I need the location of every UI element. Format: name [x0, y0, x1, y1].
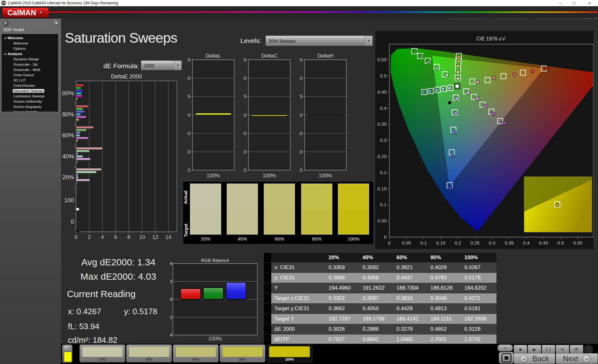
svg-text:0.3: 0.3 — [489, 240, 496, 245]
measured-marker — [422, 90, 425, 94]
sidebar-item-screen-stability[interactable]: Screen Stability — [2, 109, 58, 112]
calman-menu-button[interactable]: CalMAN ▼ — [2, 7, 49, 18]
sidebar-item-screen-uniformity[interactable]: Screen Uniformity — [2, 99, 58, 104]
table-cell: 0.3816 — [395, 293, 429, 303]
svg-text:CIE 1976 u'v': CIE 1976 u'v' — [477, 36, 506, 41]
loop-button[interactable]: ∞ — [556, 345, 569, 354]
de-formula-dropdown[interactable]: 2000 ▼ — [141, 60, 182, 70]
back-label: Back — [532, 354, 549, 363]
tree-group-welcome[interactable]: ◢Welcome — [2, 35, 58, 40]
table-cell: 186.4141 — [395, 314, 429, 324]
step-icon: [··] — [546, 347, 551, 352]
next-arrow-icon: » — [583, 355, 591, 363]
sidebar-item-grayscale-multi[interactable]: Grayscale - Multi — [2, 67, 58, 72]
back-button[interactable]: « Back — [514, 353, 555, 364]
sweep-card-20%[interactable]: 20% — [79, 344, 125, 362]
tree-expand-icon: ◢ — [4, 52, 6, 55]
current-pattern-swatch[interactable] — [64, 352, 72, 362]
deltae-bar — [76, 140, 78, 142]
swatch-label: 100% — [338, 236, 369, 241]
svg-text:0.25: 0.25 — [377, 154, 387, 159]
table-cell: 0.3026 — [327, 324, 361, 334]
deltae-bar — [76, 179, 90, 181]
svg-text:-4: -4 — [170, 332, 172, 338]
row-label: Target Y — [271, 314, 327, 324]
sidebar-item-color-gamut[interactable]: Color Gamut — [2, 72, 58, 77]
actual-target-swatch-panel: Actual Target 20%40%60%80%100% — [183, 182, 373, 244]
expand-strip-button[interactable]: ▲ — [64, 346, 71, 350]
minimize-button[interactable]: – — [553, 0, 567, 6]
tree-expand-icon: ◢ — [4, 36, 6, 39]
sidebar-item-grayscale-2pt[interactable]: Grayscale - 2pt — [2, 62, 58, 67]
sweep-card-100%[interactable]: 100% — [267, 344, 312, 362]
deltae-bar — [76, 84, 83, 87]
swatch-label: 60% — [264, 236, 295, 241]
maximize-button[interactable]: ☐ — [567, 0, 581, 6]
pattern-preview-panel: ▲ — [62, 344, 73, 363]
measured-marker — [427, 60, 430, 64]
row-label: x: CIE31 — [271, 263, 327, 273]
table-row: ΔE 20000.30260.28860.32780.46520.3128 — [264, 324, 496, 334]
svg-text:RGB Balance: RGB Balance — [201, 259, 229, 263]
sweep-card-60%[interactable]: 60% — [173, 344, 219, 362]
sidebar-item-options[interactable]: Options — [2, 46, 58, 51]
sidebar-item-luminance-sweeps[interactable]: Luminance Sweeps — [2, 93, 58, 99]
row-label: ΔE 2000 — [271, 324, 327, 334]
sidebar-item-welcome[interactable]: Welcome — [2, 40, 58, 46]
levels-dropdown[interactable]: 20% Sweeps ▼ — [265, 35, 373, 46]
table-cell: 0.7927 — [327, 334, 361, 344]
sidebar-item-dynamic-range[interactable]: Dynamic Range — [2, 56, 58, 62]
target-color — [301, 209, 332, 234]
table-cell: 2.2501 — [429, 334, 463, 344]
de-formula-value: 2000 — [144, 63, 154, 68]
table-cell: 0.3669 — [327, 273, 361, 283]
svg-text:0.1: 0.1 — [380, 202, 387, 207]
card-label: 40% — [126, 357, 172, 361]
workflow-options-button[interactable] — [3, 21, 9, 26]
refresh-button[interactable]: ⟳ — [570, 345, 583, 354]
sidebar-item-saturation-sweeps[interactable]: Saturation Sweeps — [2, 88, 58, 93]
measured-marker — [476, 97, 479, 100]
deltae-bar — [76, 147, 102, 150]
column-header: 100% — [463, 253, 496, 262]
deltae-bar — [76, 108, 83, 110]
sweep-card-80%[interactable]: 80% — [220, 344, 265, 362]
deltae-bar — [76, 87, 81, 90]
expand-controls-button[interactable]: ▲ — [497, 344, 513, 352]
chevron-down-icon: ▼ — [39, 10, 44, 15]
deltae-bar — [76, 134, 80, 137]
app-icon: CM — [1, 1, 6, 5]
close-button[interactable]: ✕ — [581, 0, 598, 6]
svg-text:15: 15 — [299, 57, 302, 62]
table-cell: 1.0465 — [395, 334, 429, 344]
sidebar-item-3d-lut[interactable]: 3D LUT — [2, 77, 58, 83]
svg-text:0.1: 0.1 — [420, 240, 427, 245]
measured-marker — [503, 121, 506, 125]
next-button[interactable]: Next » — [556, 353, 598, 364]
tree-group-analysis[interactable]: ◢Analysis — [2, 51, 58, 56]
deltae-bar — [76, 119, 79, 121]
svg-text:2: 2 — [170, 279, 172, 284]
svg-text:0: 0 — [170, 296, 172, 302]
svg-text:-5: -5 — [243, 131, 246, 136]
sidebar-item-screen-angularity[interactable]: Screen Angularity — [2, 104, 58, 109]
deltae-bar — [76, 95, 82, 97]
sidebar-item-colorchecker[interactable]: ColorChecker — [2, 83, 58, 88]
table-cell: 0.5178 — [463, 273, 496, 283]
play-button[interactable]: ▶ — [528, 345, 541, 354]
step-button[interactable]: [··] — [542, 345, 555, 354]
sweep-card-40%[interactable]: 40% — [126, 344, 172, 362]
table-cell: 0.4437 — [395, 273, 429, 283]
stop-measure-button[interactable] — [499, 352, 514, 364]
svg-text:0.3: 0.3 — [380, 138, 387, 143]
table-row: Target Y192.7287189.1796186.4141184.1115… — [264, 314, 496, 324]
svg-text:0.35: 0.35 — [377, 121, 387, 127]
stop-button[interactable]: ■ — [514, 345, 527, 354]
collapse-sidebar-button[interactable]: ◀ — [54, 20, 59, 26]
deltae-bar — [76, 171, 97, 174]
svg-text:0: 0 — [384, 234, 387, 240]
workflow-tree: ◢WelcomeWelcomeOptions◢AnalysisDynamic R… — [1, 34, 59, 112]
svg-text:0.15: 0.15 — [377, 186, 387, 191]
svg-text:0: 0 — [188, 112, 190, 118]
svg-text:100%: 100% — [319, 173, 332, 179]
